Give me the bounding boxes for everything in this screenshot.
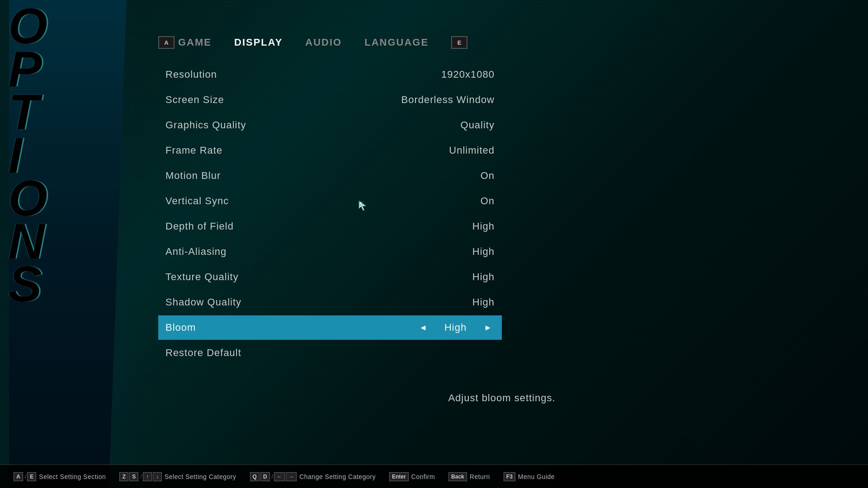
hint-select-section: A / E Select Setting Section (14, 472, 106, 481)
setting-value-vertical-sync: On (481, 195, 495, 207)
bloom-value-control: ◄ High ► (416, 322, 495, 333)
options-letter-s: S (8, 263, 40, 305)
bottom-bar: A / E Select Setting Section Z S / ↑ ↓ S… (0, 465, 868, 488)
setting-value-texture-quality: High (472, 271, 495, 283)
hint-key-z: Z (119, 472, 128, 481)
hint-text-select-category: Select Setting Category (165, 473, 236, 480)
hint-key-left: ← (274, 472, 285, 481)
setting-row-restore-default[interactable]: Restore Default (158, 341, 502, 365)
setting-value-shadow-quality: High (472, 296, 495, 308)
setting-description: Adjust bloom settings. (158, 392, 845, 404)
hint-text-confirm: Confirm (411, 473, 435, 480)
setting-value-motion-blur: On (481, 170, 495, 182)
setting-value-graphics-quality: Quality (461, 119, 495, 131)
hint-key-f3: F3 (504, 472, 515, 481)
setting-name-anti-aliasing: Anti-Aliasing (165, 246, 319, 258)
hint-confirm: Enter Confirm (389, 472, 435, 481)
hint-key-e: E (27, 472, 36, 481)
hint-text-change-category: Change Setting Category (299, 473, 376, 480)
hint-select-category: Z S / ↑ ↓ Select Setting Category (119, 472, 236, 481)
setting-row-shadow-quality[interactable]: Shadow Quality High (158, 290, 502, 314)
setting-row-motion-blur[interactable]: Motion Blur On (158, 164, 502, 188)
hint-key-a: A (14, 472, 23, 481)
setting-value-resolution: 868x488 (441, 69, 495, 80)
setting-name-resolution: Resolution (165, 69, 319, 80)
setting-name-bloom: Bloom (165, 322, 319, 333)
hint-key-q: Q (250, 472, 259, 481)
setting-row-screen-size[interactable]: Screen Size Borderless Window (158, 88, 502, 112)
setting-row-bloom[interactable]: Bloom ◄ High ► (158, 315, 502, 340)
setting-name-screen-size: Screen Size (165, 94, 319, 106)
setting-row-depth-of-field[interactable]: Depth of Field High (158, 214, 502, 239)
setting-value-anti-aliasing: High (472, 246, 495, 258)
setting-name-motion-blur: Motion Blur (165, 170, 319, 182)
tab-audio[interactable]: AUDIO (305, 37, 342, 48)
setting-name-restore-default: Restore Default (165, 347, 319, 359)
hint-key-d: D (260, 472, 270, 481)
setting-row-graphics-quality[interactable]: Graphics Quality Quality (158, 113, 502, 137)
hint-change-category: Q D / ← → Change Setting Category (250, 472, 376, 481)
hint-key-enter: Enter (389, 472, 409, 481)
setting-row-texture-quality[interactable]: Texture Quality High (158, 265, 502, 289)
setting-name-shadow-quality: Shadow Quality (165, 296, 319, 308)
setting-name-frame-rate: Frame Rate (165, 145, 319, 156)
setting-row-anti-aliasing[interactable]: Anti-Aliasing High (158, 239, 502, 264)
tab-key-e[interactable]: E (451, 36, 467, 49)
hint-return: Back Return (448, 472, 490, 481)
setting-row-frame-rate[interactable]: Frame Rate Unlimited (158, 138, 502, 163)
tab-display[interactable]: DISPLAY (234, 37, 283, 48)
setting-name-depth-of-field: Depth of Field (165, 221, 319, 232)
setting-name-graphics-quality: Graphics Quality (165, 119, 319, 131)
hint-text-return: Return (470, 473, 490, 480)
hint-key-down: ↓ (153, 472, 162, 481)
hint-text-select-section: Select Setting Section (39, 473, 106, 480)
setting-value-screen-size: Borderless Window (401, 94, 495, 106)
options-title: O P T I O N S (8, 5, 46, 305)
hint-key-right: → (286, 472, 297, 481)
tab-game[interactable]: GAME (178, 37, 212, 48)
tab-language[interactable]: LANGUAGE (364, 37, 429, 48)
setting-value-frame-rate: Unlimited (449, 145, 495, 156)
hint-key-up: ↑ (143, 472, 152, 481)
main-content: A GAME DISPLAY AUDIO LANGUAGE E Resoluti… (158, 36, 845, 461)
setting-value-bloom: High (444, 322, 467, 333)
setting-name-vertical-sync: Vertical Sync (165, 195, 319, 207)
setting-row-vertical-sync[interactable]: Vertical Sync On (158, 189, 502, 213)
setting-row-resolution[interactable]: Resolution 868x488 (158, 62, 502, 87)
settings-list: Resolution 868x488 Screen Size Borderl… (158, 62, 502, 365)
hint-key-s: S (129, 472, 138, 481)
tab-bar: A GAME DISPLAY AUDIO LANGUAGE E (158, 36, 845, 49)
hint-menu-guide: F3 Menu Guide (504, 472, 555, 481)
bloom-arrow-right[interactable]: ► (481, 322, 495, 333)
tab-key-a[interactable]: A (158, 36, 175, 49)
setting-value-depth-of-field: High (472, 221, 495, 232)
bloom-arrow-left[interactable]: ◄ (416, 322, 430, 333)
hint-key-back: Back (448, 472, 467, 481)
hint-text-menu-guide: Menu Guide (518, 473, 555, 480)
setting-name-texture-quality: Texture Quality (165, 271, 319, 283)
